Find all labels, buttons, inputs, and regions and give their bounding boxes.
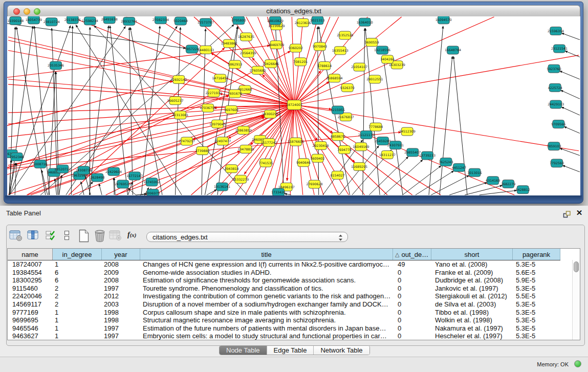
- network-canvas[interactable]: 9326370258685945788614708120110426646276…: [7, 16, 580, 195]
- graph-node[interactable]: 5788614: [317, 62, 332, 70]
- graph-node[interactable]: 19218596: [374, 46, 390, 54]
- graph-edge[interactable]: [403, 166, 442, 195]
- graph-node[interactable]: 25868594: [326, 74, 342, 82]
- graph-node[interactable]: 17036755: [200, 104, 216, 112]
- graph-node[interactable]: 21596354: [548, 27, 564, 35]
- graph-edge[interactable]: [383, 56, 403, 195]
- graph-edge[interactable]: [15, 163, 16, 195]
- graph-node[interactable]: 7857224: [185, 45, 199, 53]
- graph-edge[interactable]: [34, 26, 50, 195]
- graph-edge[interactable]: [8, 105, 294, 124]
- column-header-in_degree[interactable]: in_degree: [53, 249, 102, 260]
- graph-node[interactable]: 18054739: [26, 16, 42, 24]
- graph-edge[interactable]: [453, 56, 467, 195]
- graph-node[interactable]: 16648784: [445, 46, 461, 54]
- graph-node[interactable]: 25121170: [358, 131, 375, 139]
- graph-node[interactable]: 24512309: [399, 127, 416, 136]
- graph-edge[interactable]: [449, 183, 487, 195]
- graph-node[interactable]: 18300295: [262, 110, 278, 118]
- column-checklist-icon[interactable]: [46, 229, 58, 244]
- graph-node[interactable]: 16094570: [435, 16, 452, 24]
- graph-node[interactable]: 9940646: [296, 159, 311, 167]
- graph-node[interactable]: 3996975: [146, 189, 160, 195]
- table-row[interactable]: 1830029562008Estimation of significance …: [8, 276, 560, 285]
- column-header-name[interactable]: name: [8, 249, 53, 260]
- graph-node[interactable]: 7691676: [228, 90, 242, 98]
- graph-node[interactable]: 24307931: [387, 141, 404, 149]
- graph-edge[interactable]: [562, 165, 580, 172]
- graph-edge[interactable]: [561, 107, 580, 115]
- graph-edge[interactable]: [440, 56, 452, 195]
- graph-edge[interactable]: [71, 26, 72, 195]
- row-selector-icon[interactable]: [63, 229, 71, 244]
- graph-node[interactable]: 27690628: [306, 180, 322, 188]
- graph-edge[interactable]: [274, 105, 295, 195]
- graph-node[interactable]: 20138376: [64, 16, 81, 24]
- graph-node[interactable]: 15876606: [288, 138, 304, 146]
- graph-edge[interactable]: [369, 157, 408, 195]
- graph-edge[interactable]: [480, 190, 517, 195]
- graph-node[interactable]: 4451247: [452, 163, 466, 171]
- graph-node[interactable]: 14716457: [212, 74, 228, 82]
- vertical-scrollbar[interactable]: [572, 260, 580, 340]
- tab-edge-table[interactable]: Edge Table: [267, 346, 314, 355]
- graph-node[interactable]: 16355413: [332, 47, 349, 55]
- graph-node[interactable]: 5020468: [173, 17, 188, 25]
- graph-node[interactable]: 16364010: [357, 18, 373, 26]
- table-header-row[interactable]: namein_degreeyeartitle△out_de…shortpager…: [8, 249, 560, 260]
- graph-node[interactable]: 24123616: [295, 18, 311, 27]
- graph-node[interactable]: 3404266: [380, 55, 395, 63]
- graph-node[interactable]: 27605685: [250, 66, 266, 74]
- table-row[interactable]: 1456911722003Disruption of a novel membe…: [8, 300, 560, 309]
- graph-node[interactable]: 22313081: [172, 111, 188, 119]
- table-row[interactable]: 1872400712008Changes of HCN gene express…: [8, 260, 560, 269]
- graph-node[interactable]: 15177242: [261, 139, 277, 147]
- graph-edge[interactable]: [71, 17, 294, 105]
- float-panel-icon[interactable]: [563, 210, 571, 218]
- graph-node[interactable]: 7952348: [10, 153, 24, 161]
- graph-edge[interactable]: [384, 160, 423, 195]
- graph-edge[interactable]: [294, 71, 321, 105]
- graph-edge[interactable]: [561, 90, 580, 99]
- memory-status-indicator[interactable]: [574, 360, 581, 367]
- column-header-out_de[interactable]: △out_de…: [393, 249, 431, 260]
- table-column-icon[interactable]: [27, 229, 40, 244]
- graph-node[interactable]: 7792560: [550, 159, 564, 167]
- graph-node[interactable]: 23810724: [43, 18, 60, 26]
- graph-node[interactable]: 10426646: [263, 60, 279, 68]
- graph-node[interactable]: 12573787: [198, 18, 214, 27]
- network-table-selector[interactable]: citations_edges.txt: [146, 232, 348, 242]
- graph-node[interactable]: 1008716: [33, 160, 47, 168]
- graph-node[interactable]: 7625243: [439, 158, 453, 166]
- graph-node[interactable]: 12598234: [82, 17, 98, 25]
- graph-node[interactable]: 22497477: [214, 137, 231, 145]
- graph-node[interactable]: 15745992: [143, 178, 160, 186]
- scrollbar-thumb[interactable]: [574, 261, 579, 272]
- graph-node[interactable]: 13478819: [237, 145, 254, 153]
- graph-node[interactable]: 16049169: [353, 143, 369, 151]
- graph-node[interactable]: 1733426: [271, 188, 286, 195]
- graph-node[interactable]: 19390188: [7, 17, 24, 25]
- graph-node[interactable]: 8795800: [231, 16, 246, 25]
- graph-node[interactable]: 22429604: [105, 167, 122, 176]
- graph-node[interactable]: 18311237: [379, 151, 396, 159]
- graph-node[interactable]: 7778684: [368, 123, 383, 131]
- graph-node[interactable]: 8215955: [331, 106, 345, 114]
- graph-node[interactable]: 22271932: [205, 89, 222, 97]
- column-header-short[interactable]: short: [431, 249, 513, 260]
- graph-edge[interactable]: [465, 185, 502, 195]
- graph-node[interactable]: 7741535: [258, 159, 273, 167]
- graph-node[interactable]: 18724007: [286, 100, 302, 110]
- graph-node[interactable]: 8154027: [331, 171, 345, 179]
- graph-node[interactable]: 3013016: [467, 168, 482, 177]
- graph-node[interactable]: 16605237: [167, 97, 184, 105]
- graph-node[interactable]: 5923760: [547, 64, 561, 73]
- graph-node[interactable]: 13739233: [419, 151, 435, 160]
- graph-node[interactable]: 21352528: [337, 31, 353, 39]
- graph-edge[interactable]: [99, 184, 102, 195]
- graph-node[interactable]: 5609402: [311, 154, 325, 162]
- graph-edge[interactable]: [114, 178, 114, 195]
- graph-node[interactable]: 9360202: [289, 44, 303, 52]
- table-row[interactable]: 1938455462009Genome-wide association stu…: [8, 269, 560, 277]
- graph-node[interactable]: 3697600: [224, 105, 238, 114]
